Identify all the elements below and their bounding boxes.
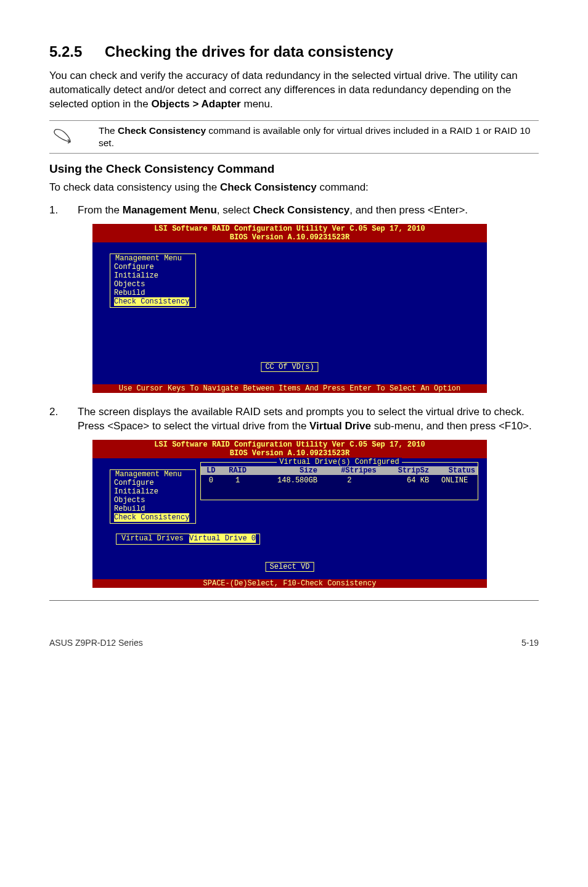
screenshot-1: LSI Software RAID Configuration Utility … (92, 224, 539, 393)
section-heading: 5.2.5Checking the drives for data consis… (49, 43, 539, 60)
footer-right: 5-19 (521, 638, 539, 648)
step-2-text: The screen displays the available RAID s… (78, 405, 539, 434)
s1-b2: Check Consistency (253, 204, 349, 216)
note-pre: The (99, 125, 118, 136)
vd-th-raid: RAID (221, 466, 255, 475)
page-footer: ASUS Z9PR-D12 Series 5-19 (49, 638, 539, 648)
vd-th-stripsz: StripSz (379, 466, 431, 475)
vd-td-stripes: 2 (320, 475, 379, 500)
vd-table-title: Virtual Drive(s) Configured (201, 458, 478, 466)
menu-objects-2[interactable]: Objects (114, 496, 192, 505)
lead-post: command: (317, 181, 369, 193)
section-number: 5.2.5 (49, 43, 105, 60)
vd-row-0[interactable]: 0 1 148.580GB 2 64 KB ONLINE (201, 475, 478, 500)
intro-paragraph: You can check and verify the accuracy of… (49, 69, 539, 112)
virtual-drives-box: Virtual Drives Virtual Drive 0 (116, 534, 260, 545)
vd-th-status: Status (431, 466, 478, 475)
menu-check-consistency-2[interactable]: Check Consistency (114, 513, 189, 522)
s1-pre: From the (78, 204, 123, 216)
vd-td-status: ONLINE (431, 475, 478, 500)
management-menu-title-2: Management Menu (114, 470, 183, 479)
s1-post: , and then press <Enter>. (349, 204, 468, 216)
management-menu-box-2: Management Menu Configure Initialize Obj… (110, 469, 196, 524)
note-icon (49, 125, 79, 147)
note-row: The Check Consistency command is availab… (49, 120, 539, 154)
menu-configure[interactable]: Configure (114, 263, 192, 271)
bios-footer-2: SPACE-(De)Select, F10-Check Consistency (92, 579, 487, 588)
vd-td-stripsz: 64 KB (379, 475, 431, 500)
vd-th-size: Size (255, 466, 320, 475)
lead-paragraph: To check data consistency using the Chec… (49, 181, 539, 195)
menu-objects[interactable]: Objects (114, 280, 192, 289)
vd-table-title-text: Virtual Drive(s) Configured (277, 458, 401, 466)
vd-table-frame: Virtual Drive(s) Configured LD RAID Size… (200, 462, 478, 500)
step-1-num: 1. (49, 204, 78, 218)
vd-th-stripes: #Stripes (320, 466, 379, 475)
step-2-num: 2. (49, 405, 78, 434)
virtual-drive-0[interactable]: Virtual Drive 0 (189, 534, 256, 543)
intro-bold: Objects > Adapter (151, 98, 240, 110)
vd-th-ld: LD (201, 466, 221, 475)
status-select-vd: Select VD (266, 562, 314, 572)
s2-b1: Virtual Drive (309, 420, 371, 432)
vd-td-ld: 0 (201, 475, 221, 500)
management-menu-title: Management Menu (114, 254, 183, 263)
bios-header-line1: LSI Software RAID Configuration Utility … (92, 225, 487, 233)
bios-header2-line2: BIOS Version A.10.09231523R (92, 449, 487, 458)
bios-header-2: LSI Software RAID Configuration Utility … (92, 440, 487, 458)
s1-b1: Management Menu (123, 204, 217, 216)
bios-header-line2: BIOS Version A.10.09231523R (92, 233, 487, 242)
screenshot-2: LSI Software RAID Configuration Utility … (92, 440, 539, 588)
vd-table: LD RAID Size #Stripes StripSz Status 0 1… (201, 466, 478, 500)
menu-initialize-2[interactable]: Initialize (114, 487, 192, 496)
step-1-text: From the Management Menu, select Check C… (78, 204, 539, 218)
menu-initialize[interactable]: Initialize (114, 271, 192, 280)
vd-td-size: 148.580GB (255, 475, 320, 500)
section-title-text: Checking the drives for data consistency (105, 43, 393, 60)
s2-post: sub-menu, and then press <F10>. (371, 420, 532, 432)
status-cc-of-vd: CC Of VD(s) (261, 362, 318, 372)
menu-configure-2[interactable]: Configure (114, 479, 192, 487)
menu-rebuild-2[interactable]: Rebuild (114, 505, 192, 513)
virtual-drives-title: Virtual Drives (120, 534, 185, 543)
menu-check-consistency[interactable]: Check Consistency (114, 297, 189, 306)
lead-pre: To check data consistency using the (49, 181, 220, 193)
intro-text-post: menu. (241, 98, 273, 110)
lead-bold: Check Consistency (220, 181, 317, 193)
bios-header: LSI Software RAID Configuration Utility … (92, 224, 487, 242)
intro-text-pre: You can check and verify the accuracy of… (49, 70, 518, 110)
vd-td-raid: 1 (221, 475, 255, 500)
menu-rebuild[interactable]: Rebuild (114, 289, 192, 297)
management-menu-box: Management Menu Configure Initialize Obj… (110, 254, 196, 308)
step-1: 1. From the Management Menu, select Chec… (49, 204, 539, 218)
bios-header2-line1: LSI Software RAID Configuration Utility … (92, 440, 487, 449)
note-bold: Check Consistency (118, 125, 206, 136)
bios-footer-1: Use Cursor Keys To Navigate Between Item… (92, 384, 487, 393)
footer-left: ASUS Z9PR-D12 Series (49, 638, 143, 648)
subheading: Using the Check Consistency Command (49, 162, 539, 176)
note-text: The Check Consistency command is availab… (79, 125, 539, 149)
s1-mid: , select (217, 204, 253, 216)
footer-rule (49, 600, 539, 601)
step-2: 2. The screen displays the available RAI… (49, 405, 539, 434)
